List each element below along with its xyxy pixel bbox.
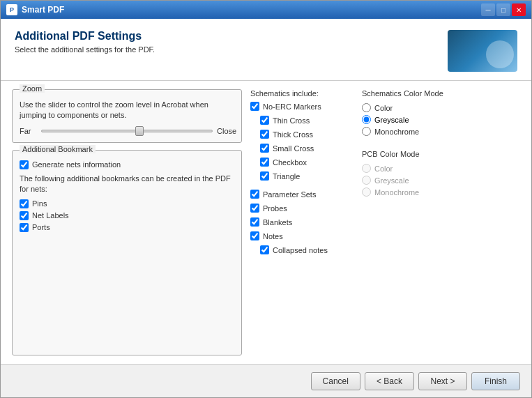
maximize-button[interactable]: □ [496, 3, 510, 16]
checkbox-checkbox[interactable] [260, 158, 269, 167]
pcb-color-radio [362, 164, 371, 173]
pcb-greyscale-label: Greyscale [374, 176, 409, 185]
no-erc-markers-checkbox[interactable] [250, 102, 259, 111]
page-subtitle: Select the additional settings for the P… [15, 45, 155, 54]
slider-container: Far Close [20, 127, 234, 135]
main-body: Zoom Use the slider to control the zoom … [1, 81, 531, 364]
title-bar: P Smart PDF ─ □ ✕ [1, 1, 531, 19]
schematics-column: Schematics include: No-ERC Markers Thin … [250, 89, 355, 355]
schematics-greyscale-label[interactable]: Greyscale [374, 116, 409, 124]
pcb-mono-option: Monochrome [362, 187, 459, 197]
thin-cross-item: Thin Cross [260, 116, 355, 125]
footer: Cancel < Back Next > Finish [1, 364, 531, 397]
back-button[interactable]: < Back [365, 372, 414, 390]
pcb-monochrome-label: Monochrome [374, 188, 419, 197]
small-cross-checkbox[interactable] [260, 144, 269, 153]
generate-nets-checkbox[interactable] [20, 160, 29, 169]
slider-close-label: Close [217, 127, 234, 135]
generate-nets-label[interactable]: Generate nets information [32, 160, 121, 169]
schematics-monochrome-label[interactable]: Monochrome [374, 128, 419, 136]
thick-cross-label[interactable]: Thick Cross [273, 130, 313, 139]
schematics-color-mode-title: Schematics Color Mode [362, 89, 459, 98]
ports-checkbox[interactable] [20, 223, 29, 232]
probes-checkbox[interactable] [250, 204, 259, 213]
header-image [448, 30, 517, 72]
pins-item: Pins [20, 199, 234, 208]
bookmark-group-title: Additional Bookmark [20, 145, 96, 153]
triangle-item: Triangle [260, 171, 355, 181]
notes-checkbox[interactable] [250, 231, 259, 240]
no-erc-markers-item: No-ERC Markers [250, 102, 355, 111]
blankets-label[interactable]: Blankets [263, 218, 292, 227]
window-title: Smart PDF [22, 5, 64, 15]
schematics-color-label[interactable]: Color [374, 104, 393, 112]
zoom-slider-track[interactable] [41, 130, 213, 132]
checkbox-label[interactable]: Checkbox [273, 158, 307, 167]
generate-nets-item: Generate nets information [20, 160, 234, 169]
small-cross-item: Small Cross [260, 144, 355, 153]
bookmark-description: The following additional bookmarks can b… [20, 174, 234, 195]
schematics-color-mode-section: Schematics Color Mode Color Greyscale Mo… [362, 89, 459, 136]
header-text: Additional PDF Settings Select the addit… [15, 30, 155, 54]
net-labels-label[interactable]: Net Labels [32, 211, 69, 220]
next-button[interactable]: Next > [418, 372, 467, 390]
title-bar-controls: ─ □ ✕ [481, 3, 526, 16]
pins-label[interactable]: Pins [32, 199, 47, 208]
pcb-color-mode-title: PCB Color Mode [362, 150, 459, 158]
parameter-sets-checkbox[interactable] [250, 190, 259, 199]
zoom-slider-thumb[interactable] [135, 126, 144, 136]
schematics-greyscale-radio[interactable] [362, 115, 371, 124]
parameter-sets-item: Parameter Sets [250, 190, 355, 199]
triangle-label[interactable]: Triangle [273, 172, 300, 181]
checkbox-item-cb: Checkbox [260, 158, 355, 167]
finish-button[interactable]: Finish [471, 372, 520, 390]
pcb-color-mode-section: PCB Color Mode Color Greyscale Monochrom… [362, 150, 459, 197]
probes-item: Probes [250, 204, 355, 213]
thick-cross-item: Thick Cross [260, 130, 355, 139]
parameter-sets-label[interactable]: Parameter Sets [263, 190, 316, 199]
zoom-description: Use the slider to control the zoom level… [20, 100, 234, 121]
schematics-items: No-ERC Markers Thin Cross Thick Cross Sm… [250, 102, 355, 257]
notes-label[interactable]: Notes [263, 232, 283, 240]
small-cross-label[interactable]: Small Cross [273, 144, 314, 153]
close-button[interactable]: ✕ [512, 3, 526, 16]
schematics-title: Schematics include: [250, 89, 355, 98]
left-column: Zoom Use the slider to control the zoom … [12, 89, 242, 355]
main-window: P Smart PDF ─ □ ✕ Additional PDF Setting… [0, 0, 532, 398]
thin-cross-label[interactable]: Thin Cross [273, 116, 310, 125]
schematics-color-radio[interactable] [362, 103, 371, 112]
app-icon: P [6, 4, 17, 15]
pcb-monochrome-radio [362, 187, 371, 197]
cancel-button[interactable]: Cancel [311, 372, 360, 390]
ports-item: Ports [20, 223, 234, 232]
pcb-color-option: Color [362, 164, 459, 173]
notes-item: Notes [250, 231, 355, 240]
schematics-monochrome-radio[interactable] [362, 127, 371, 136]
minimize-button[interactable]: ─ [481, 3, 495, 16]
triangle-checkbox[interactable] [260, 171, 269, 181]
color-mode-column: Schematics Color Mode Color Greyscale Mo… [362, 89, 459, 355]
title-bar-left: P Smart PDF [6, 4, 64, 15]
slider-far-label: Far [20, 127, 37, 135]
no-erc-markers-label[interactable]: No-ERC Markers [263, 102, 321, 111]
net-labels-checkbox[interactable] [20, 211, 29, 220]
pins-checkbox[interactable] [20, 199, 29, 208]
blankets-checkbox[interactable] [250, 217, 259, 227]
ports-label[interactable]: Ports [32, 223, 50, 231]
zoom-group-title: Zoom [20, 84, 45, 93]
zoom-group: Zoom Use the slider to control the zoom … [12, 89, 242, 143]
collapsed-notes-checkbox[interactable] [260, 245, 269, 254]
right-column: Schematics include: No-ERC Markers Thin … [250, 89, 520, 355]
blankets-item: Blankets [250, 217, 355, 227]
probes-label[interactable]: Probes [263, 204, 287, 213]
page-title: Additional PDF Settings [15, 30, 155, 43]
bookmark-group: Additional Bookmark Generate nets inform… [12, 150, 242, 355]
thin-cross-checkbox[interactable] [260, 116, 269, 125]
collapsed-notes-label[interactable]: Collapsed notes [273, 246, 328, 254]
schematics-greyscale-option: Greyscale [362, 115, 459, 124]
thick-cross-checkbox[interactable] [260, 130, 269, 139]
schematics-mono-option: Monochrome [362, 127, 459, 136]
header-area: Additional PDF Settings Select the addit… [1, 19, 531, 81]
collapsed-notes-item: Collapsed notes [260, 245, 355, 254]
schematics-color-option: Color [362, 103, 459, 112]
